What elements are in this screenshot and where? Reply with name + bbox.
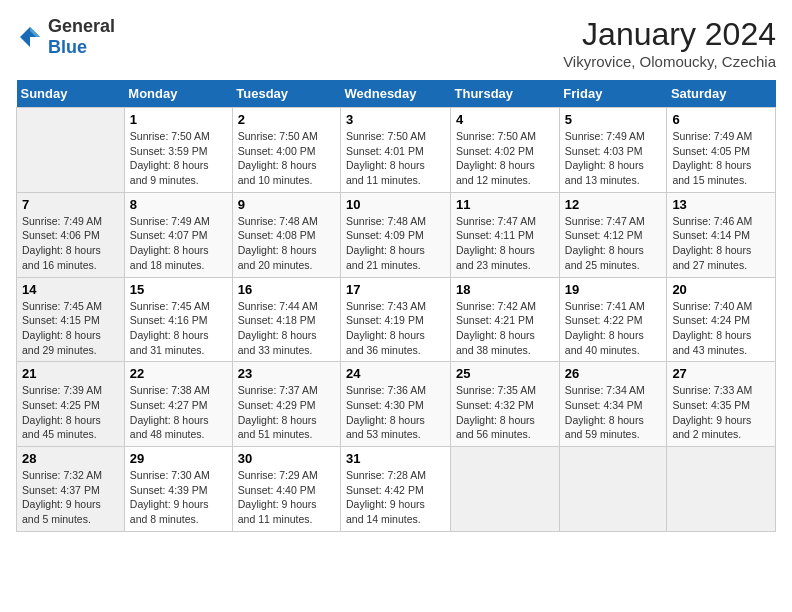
cell-4-6 <box>667 447 776 532</box>
day-number: 31 <box>346 451 445 466</box>
day-details: Sunrise: 7:49 AM Sunset: 4:06 PM Dayligh… <box>22 214 119 273</box>
day-number: 30 <box>238 451 335 466</box>
cell-3-4: 25Sunrise: 7:35 AM Sunset: 4:32 PM Dayli… <box>451 362 560 447</box>
day-number: 13 <box>672 197 770 212</box>
day-details: Sunrise: 7:43 AM Sunset: 4:19 PM Dayligh… <box>346 299 445 358</box>
cell-0-2: 2Sunrise: 7:50 AM Sunset: 4:00 PM Daylig… <box>232 108 340 193</box>
day-details: Sunrise: 7:48 AM Sunset: 4:08 PM Dayligh… <box>238 214 335 273</box>
calendar-table: Sunday Monday Tuesday Wednesday Thursday… <box>16 80 776 532</box>
cell-2-4: 18Sunrise: 7:42 AM Sunset: 4:21 PM Dayli… <box>451 277 560 362</box>
day-details: Sunrise: 7:50 AM Sunset: 4:01 PM Dayligh… <box>346 129 445 188</box>
day-details: Sunrise: 7:33 AM Sunset: 4:35 PM Dayligh… <box>672 383 770 442</box>
week-row-4: 21Sunrise: 7:39 AM Sunset: 4:25 PM Dayli… <box>17 362 776 447</box>
day-number: 9 <box>238 197 335 212</box>
day-details: Sunrise: 7:44 AM Sunset: 4:18 PM Dayligh… <box>238 299 335 358</box>
day-details: Sunrise: 7:42 AM Sunset: 4:21 PM Dayligh… <box>456 299 554 358</box>
day-number: 22 <box>130 366 227 381</box>
cell-2-6: 20Sunrise: 7:40 AM Sunset: 4:24 PM Dayli… <box>667 277 776 362</box>
cell-2-5: 19Sunrise: 7:41 AM Sunset: 4:22 PM Dayli… <box>559 277 667 362</box>
cell-4-5 <box>559 447 667 532</box>
day-number: 17 <box>346 282 445 297</box>
header-row: Sunday Monday Tuesday Wednesday Thursday… <box>17 80 776 108</box>
day-details: Sunrise: 7:49 AM Sunset: 4:05 PM Dayligh… <box>672 129 770 188</box>
week-row-3: 14Sunrise: 7:45 AM Sunset: 4:15 PM Dayli… <box>17 277 776 362</box>
day-number: 7 <box>22 197 119 212</box>
day-details: Sunrise: 7:34 AM Sunset: 4:34 PM Dayligh… <box>565 383 662 442</box>
day-number: 24 <box>346 366 445 381</box>
day-number: 25 <box>456 366 554 381</box>
cell-4-2: 30Sunrise: 7:29 AM Sunset: 4:40 PM Dayli… <box>232 447 340 532</box>
day-number: 1 <box>130 112 227 127</box>
col-thursday: Thursday <box>451 80 560 108</box>
cell-3-3: 24Sunrise: 7:36 AM Sunset: 4:30 PM Dayli… <box>341 362 451 447</box>
cell-4-1: 29Sunrise: 7:30 AM Sunset: 4:39 PM Dayli… <box>124 447 232 532</box>
cell-0-6: 6Sunrise: 7:49 AM Sunset: 4:05 PM Daylig… <box>667 108 776 193</box>
day-number: 5 <box>565 112 662 127</box>
day-number: 29 <box>130 451 227 466</box>
cell-4-4 <box>451 447 560 532</box>
day-number: 27 <box>672 366 770 381</box>
day-details: Sunrise: 7:47 AM Sunset: 4:11 PM Dayligh… <box>456 214 554 273</box>
cell-4-3: 31Sunrise: 7:28 AM Sunset: 4:42 PM Dayli… <box>341 447 451 532</box>
col-saturday: Saturday <box>667 80 776 108</box>
day-details: Sunrise: 7:45 AM Sunset: 4:15 PM Dayligh… <box>22 299 119 358</box>
day-details: Sunrise: 7:39 AM Sunset: 4:25 PM Dayligh… <box>22 383 119 442</box>
day-number: 12 <box>565 197 662 212</box>
day-details: Sunrise: 7:46 AM Sunset: 4:14 PM Dayligh… <box>672 214 770 273</box>
cell-0-1: 1Sunrise: 7:50 AM Sunset: 3:59 PM Daylig… <box>124 108 232 193</box>
day-number: 14 <box>22 282 119 297</box>
day-number: 16 <box>238 282 335 297</box>
day-number: 23 <box>238 366 335 381</box>
cell-2-1: 15Sunrise: 7:45 AM Sunset: 4:16 PM Dayli… <box>124 277 232 362</box>
day-number: 15 <box>130 282 227 297</box>
week-row-5: 28Sunrise: 7:32 AM Sunset: 4:37 PM Dayli… <box>17 447 776 532</box>
logo-icon <box>16 23 44 51</box>
day-details: Sunrise: 7:50 AM Sunset: 4:02 PM Dayligh… <box>456 129 554 188</box>
day-details: Sunrise: 7:45 AM Sunset: 4:16 PM Dayligh… <box>130 299 227 358</box>
day-details: Sunrise: 7:37 AM Sunset: 4:29 PM Dayligh… <box>238 383 335 442</box>
cell-1-1: 8Sunrise: 7:49 AM Sunset: 4:07 PM Daylig… <box>124 192 232 277</box>
cell-1-0: 7Sunrise: 7:49 AM Sunset: 4:06 PM Daylig… <box>17 192 125 277</box>
day-number: 2 <box>238 112 335 127</box>
day-number: 20 <box>672 282 770 297</box>
day-number: 4 <box>456 112 554 127</box>
col-wednesday: Wednesday <box>341 80 451 108</box>
day-details: Sunrise: 7:36 AM Sunset: 4:30 PM Dayligh… <box>346 383 445 442</box>
day-number: 18 <box>456 282 554 297</box>
day-details: Sunrise: 7:49 AM Sunset: 4:03 PM Dayligh… <box>565 129 662 188</box>
col-tuesday: Tuesday <box>232 80 340 108</box>
cell-1-6: 13Sunrise: 7:46 AM Sunset: 4:14 PM Dayli… <box>667 192 776 277</box>
cell-2-2: 16Sunrise: 7:44 AM Sunset: 4:18 PM Dayli… <box>232 277 340 362</box>
cell-2-3: 17Sunrise: 7:43 AM Sunset: 4:19 PM Dayli… <box>341 277 451 362</box>
cell-2-0: 14Sunrise: 7:45 AM Sunset: 4:15 PM Dayli… <box>17 277 125 362</box>
week-row-1: 1Sunrise: 7:50 AM Sunset: 3:59 PM Daylig… <box>17 108 776 193</box>
day-number: 28 <box>22 451 119 466</box>
day-number: 19 <box>565 282 662 297</box>
cell-4-0: 28Sunrise: 7:32 AM Sunset: 4:37 PM Dayli… <box>17 447 125 532</box>
title-section: January 2024 Vikyrovice, Olomoucky, Czec… <box>563 16 776 70</box>
cell-3-2: 23Sunrise: 7:37 AM Sunset: 4:29 PM Dayli… <box>232 362 340 447</box>
logo-blue: Blue <box>48 37 87 57</box>
day-details: Sunrise: 7:40 AM Sunset: 4:24 PM Dayligh… <box>672 299 770 358</box>
location-subtitle: Vikyrovice, Olomoucky, Czechia <box>563 53 776 70</box>
day-number: 6 <box>672 112 770 127</box>
logo: General Blue <box>16 16 115 58</box>
day-details: Sunrise: 7:30 AM Sunset: 4:39 PM Dayligh… <box>130 468 227 527</box>
day-details: Sunrise: 7:50 AM Sunset: 4:00 PM Dayligh… <box>238 129 335 188</box>
day-number: 10 <box>346 197 445 212</box>
header-section: General Blue January 2024 Vikyrovice, Ol… <box>16 16 776 70</box>
col-sunday: Sunday <box>17 80 125 108</box>
cell-1-3: 10Sunrise: 7:48 AM Sunset: 4:09 PM Dayli… <box>341 192 451 277</box>
cell-3-1: 22Sunrise: 7:38 AM Sunset: 4:27 PM Dayli… <box>124 362 232 447</box>
day-number: 21 <box>22 366 119 381</box>
logo-general: General <box>48 16 115 36</box>
day-details: Sunrise: 7:29 AM Sunset: 4:40 PM Dayligh… <box>238 468 335 527</box>
cell-0-3: 3Sunrise: 7:50 AM Sunset: 4:01 PM Daylig… <box>341 108 451 193</box>
day-details: Sunrise: 7:38 AM Sunset: 4:27 PM Dayligh… <box>130 383 227 442</box>
cell-3-0: 21Sunrise: 7:39 AM Sunset: 4:25 PM Dayli… <box>17 362 125 447</box>
week-row-2: 7Sunrise: 7:49 AM Sunset: 4:06 PM Daylig… <box>17 192 776 277</box>
day-details: Sunrise: 7:35 AM Sunset: 4:32 PM Dayligh… <box>456 383 554 442</box>
day-details: Sunrise: 7:50 AM Sunset: 3:59 PM Dayligh… <box>130 129 227 188</box>
cell-1-4: 11Sunrise: 7:47 AM Sunset: 4:11 PM Dayli… <box>451 192 560 277</box>
day-details: Sunrise: 7:47 AM Sunset: 4:12 PM Dayligh… <box>565 214 662 273</box>
